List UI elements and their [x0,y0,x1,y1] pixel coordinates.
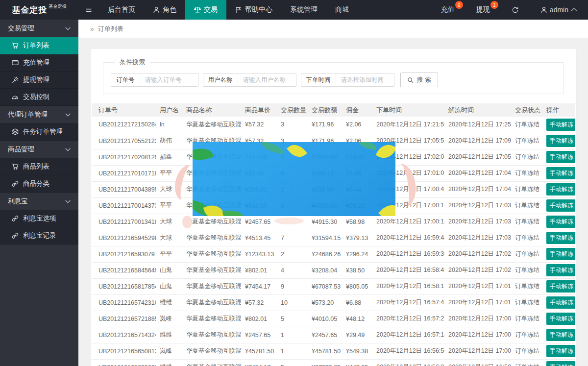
cell-status: 订单冻结 [511,197,542,214]
table-row: UB2012121659307975平平华夏基金移动互联混合¥12343.132… [92,246,575,262]
cell-unit_price: ¥57.32 [241,117,277,133]
cell-unit_price: ¥2457.65 [241,327,277,343]
cell-user: ln [156,117,182,133]
sidebar-item-任务订单管理[interactable]: 任务订单管理 [0,123,78,141]
sidebar-item-商品分类[interactable]: 商品分类 [0,175,78,193]
cell-user: 大球 [156,181,182,197]
cell-order_no: UB2012121659307975 [92,246,156,262]
unfreeze-button[interactable]: 手动解冻 [546,199,575,212]
cell-product: 华夏基金移动互联混合 [182,262,241,278]
sidebar-group-label: 商品管理 [8,145,34,154]
cell-commission: ¥38.50 [342,262,372,278]
cell-user: 岚峰 [156,311,182,327]
leaf-icon [203,202,225,216]
cell-amount: ¥37270.85 [308,359,342,366]
unfreeze-button[interactable]: 手动解冻 [546,151,575,163]
sidebar-group-3[interactable]: 利息宝 [0,193,78,210]
cell-order_time: 2020年12月12日 16:56:50 [372,343,444,359]
nav-item-2[interactable]: 交易 [185,0,226,20]
nav-item-5[interactable]: 商城 [326,0,358,20]
chevron-up-icon [571,8,577,14]
cell-order_time: 2020年12月12日 16:58:17 [372,278,444,294]
unfreeze-button[interactable]: 手动解冻 [546,248,575,260]
leaf-icon [287,142,307,161]
sidebar-group-2[interactable]: 商品管理 [0,141,78,158]
column-header: 订单号 [92,103,156,117]
nav-item-1[interactable]: 角色 [144,0,185,20]
sidebar-item-订单列表[interactable]: 订单列表 [0,37,78,54]
unfreeze-button[interactable]: 手动解冻 [546,329,575,341]
unfreeze-button[interactable]: 手动解冻 [546,313,575,325]
nav-item-4[interactable]: 系统管理 [281,0,326,20]
unfreeze-button[interactable]: 手动解冻 [546,361,575,366]
cell-unit_price: ¥45781.50 [241,343,277,359]
cell-status: 订单冻结 [511,214,542,230]
sidebar-item-利息宝选项[interactable]: 利息宝选项 [0,210,78,227]
cell-user: 山鬼 [156,278,182,294]
card-icon [12,59,19,66]
user-icon [153,6,160,13]
column-header: 解冻时间 [444,103,511,117]
field-input-1[interactable] [238,73,296,86]
cell-qty: 4 [277,262,308,278]
cell-unfreeze_time: 2020年12月12日 16:59:54 [444,359,511,366]
unfreeze-button[interactable]: 手动解冻 [546,232,575,244]
sidebar: 交易管理订单列表充值管理提现管理交易控制代理订单管理任务订单管理商品管理商品列表… [0,20,78,366]
user-menu[interactable]: admin [530,0,588,20]
unfreeze-button[interactable]: 手动解冻 [546,345,575,357]
sidebar-group-1[interactable]: 代理订单管理 [0,106,78,123]
cell-user: 大球 [156,214,182,230]
field-input-2[interactable] [336,73,394,86]
cell-status: 订单冻结 [511,311,542,327]
cell-action: 手动解冻 [542,327,575,343]
search-button[interactable]: 搜 索 [400,73,439,87]
sidebar-item-label: 任务订单管理 [23,127,63,136]
sidebar-item-交易控制[interactable]: 交易控制 [0,89,78,106]
nav-item-0[interactable]: 后台首页 [99,0,144,20]
cell-action: 手动解冻 [542,294,575,311]
cell-commission: ¥805.05 [342,278,372,294]
field-input-0[interactable] [140,73,198,86]
unfreeze-button[interactable]: 手动解冻 [546,167,575,179]
cell-commission: ¥6.88 [342,294,372,311]
cell-user: 维维 [156,359,182,366]
search-field-0: 订单号 [111,73,198,87]
sidebar-item-提现管理[interactable]: 提现管理 [0,72,78,89]
sidebar-group-0[interactable]: 交易管理 [0,20,78,37]
cell-order_time: 2020年12月12日 16:57:21 [372,311,444,327]
withdraw-button[interactable]: 提现 1 [466,0,501,20]
cell-amount: ¥171.96 [308,117,342,133]
field-label: 订单号 [111,73,140,86]
cell-qty: 2 [277,246,308,262]
cell-action: 手动解冻 [542,230,575,246]
cell-status: 订单冻结 [511,181,542,197]
cell-status: 订单冻结 [511,343,542,359]
cell-qty: 5 [277,311,308,327]
withdraw-label: 提现 [476,5,490,14]
unfreeze-button[interactable]: 手动解冻 [546,216,575,228]
nav-item-label: 商城 [335,5,349,14]
sidebar-item-利息宝记录[interactable]: 利息宝记录 [0,227,78,244]
nav-item-label: 后台首页 [108,5,135,14]
nav-item-3[interactable]: 帮助中心 [226,0,281,20]
unfreeze-button[interactable]: 手动解冻 [546,135,575,147]
sidebar-item-label: 充值管理 [23,58,49,67]
cell-user: 平平 [156,246,182,262]
sidebar-item-商品列表[interactable]: 商品列表 [0,158,78,175]
unfreeze-button[interactable]: 手动解冻 [546,280,575,293]
sidebar-menu: 交易管理订单列表充值管理提现管理交易控制代理订单管理任务订单管理商品管理商品列表… [0,20,78,244]
cell-product: 华夏基金移动互联混合 [182,311,241,327]
sidebar-item-充值管理[interactable]: 充值管理 [0,54,78,72]
cell-unit_price: ¥7454.17 [241,359,277,366]
recharge-button[interactable]: 充值 0 [430,0,466,20]
field-label: 下单时间 [301,73,336,86]
cell-commission: ¥48.12 [342,311,372,327]
unfreeze-button[interactable]: 手动解冻 [546,119,575,131]
menu-toggle-icon[interactable] [78,0,99,20]
unfreeze-button[interactable]: 手动解冻 [546,296,575,309]
cell-amount: ¥573.20 [308,294,342,311]
unfreeze-button[interactable]: 手动解冻 [546,264,575,276]
unfreeze-button[interactable]: 手动解冻 [546,183,575,195]
refresh-button[interactable] [501,0,530,20]
cell-product: 华夏基金移动互联混合 [182,327,241,343]
